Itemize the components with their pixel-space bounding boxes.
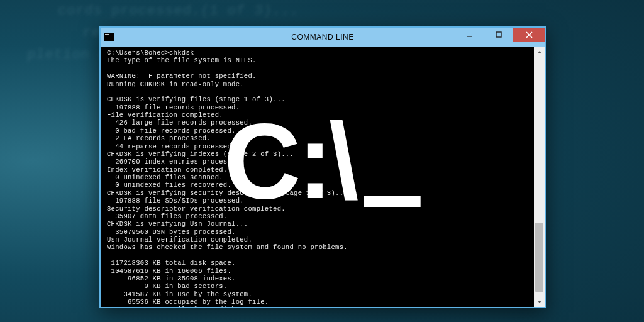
svg-rect-1 bbox=[496, 32, 501, 37]
close-button[interactable] bbox=[513, 28, 545, 42]
terminal-icon bbox=[104, 33, 114, 41]
minimize-button[interactable] bbox=[455, 28, 484, 42]
maximize-button[interactable] bbox=[484, 28, 513, 42]
scrollbar-thumb[interactable] bbox=[535, 223, 543, 292]
terminal-output[interactable]: C:\Users\Bohed>chkdsk The type of the fi… bbox=[101, 47, 534, 307]
window-controls bbox=[455, 28, 545, 42]
scroll-down-arrow-icon[interactable] bbox=[534, 296, 545, 307]
scroll-up-arrow-icon[interactable] bbox=[534, 47, 545, 57]
command-line-window: COMMAND LINE C:\Users\Bohed>chkdsk The t… bbox=[99, 26, 546, 308]
vertical-scrollbar[interactable] bbox=[534, 47, 545, 307]
svg-rect-0 bbox=[467, 36, 472, 37]
titlebar[interactable]: COMMAND LINE bbox=[101, 28, 545, 47]
client-area: C:\Users\Bohed>chkdsk The type of the fi… bbox=[101, 47, 545, 307]
stage: cords processed.(1 of 3)... records proc… bbox=[0, 0, 644, 322]
